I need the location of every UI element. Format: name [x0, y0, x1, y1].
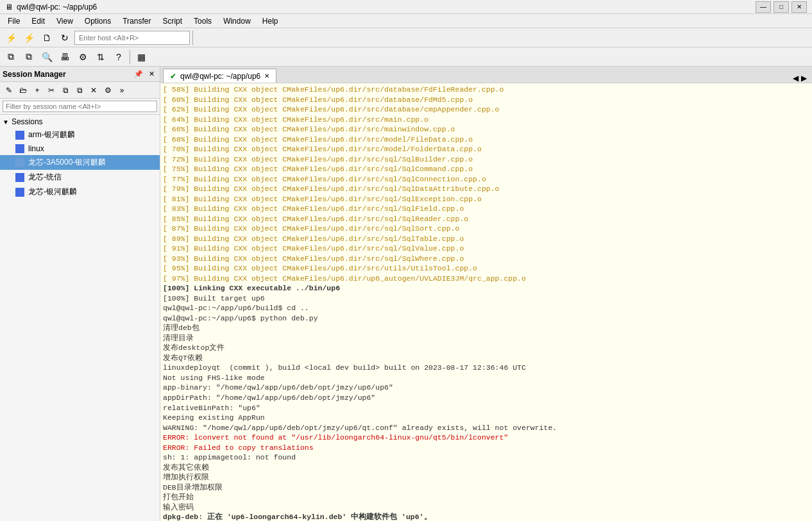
separator1: [192, 31, 193, 45]
terminal-line: [ 64%] Building CXX object CMakeFiles/up…: [163, 115, 809, 125]
toolbar-sftp-btn[interactable]: ⇅: [92, 49, 109, 65]
menu-transfer[interactable]: Transfer: [117, 15, 156, 27]
sidebar-tree: ▼ Sessions arm-银河麒麟 linux 龙芯-3A5000-银河麒麟: [0, 115, 160, 521]
tab-bar: ✔ qwl@qwl-pc: ~/app/up6 ✕ ◀ ▶: [160, 67, 812, 83]
sidebar-item-loongson-kylin[interactable]: 龙芯-银河麒麟: [0, 185, 160, 199]
tab-check-icon: ✔: [170, 72, 176, 81]
terminal-line: [ 89%] Building CXX object CMakeFiles/up…: [163, 234, 809, 244]
sidebar-toolbar: ✎ 🗁 + ✂ ⧉ ⧉ ✕ ⚙ »: [0, 82, 160, 99]
menu-window[interactable]: Window: [218, 15, 256, 27]
active-tab[interactable]: ✔ qwl@qwl-pc: ~/app/up6 ✕: [163, 69, 276, 83]
loongson3a5000-label: 龙芯-3A5000-银河麒麟: [28, 157, 106, 168]
sessions-chevron: ▼: [3, 119, 9, 126]
toolbar-settings-btn[interactable]: ⚙: [74, 49, 91, 65]
title-bar-text: qwl@qwl-pc: ~/app/up6: [17, 3, 97, 12]
tab-prev-btn[interactable]: ◀: [793, 74, 799, 83]
tree-sessions-header[interactable]: ▼ Sessions: [0, 116, 160, 128]
sidebar-folder-btn[interactable]: 🗁: [17, 84, 30, 97]
arm-label: arm-银河麒麟: [28, 129, 75, 140]
app-icon: 🖥: [5, 3, 13, 12]
minimize-button[interactable]: —: [756, 1, 771, 13]
sidebar-search-area: [0, 99, 160, 115]
sidebar-item-arm[interactable]: arm-银河麒麟: [0, 128, 160, 142]
title-bar-left: 🖥 qwl@qwl-pc: ~/app/up6: [5, 3, 97, 12]
toolbar-map-btn[interactable]: ▦: [133, 49, 149, 65]
toolbar-row1: ⚡ ⚡ 🗋 ↻: [0, 28, 812, 47]
sidebar-add-btn[interactable]: +: [31, 84, 44, 97]
tree-sessions-group: ▼ Sessions arm-银河麒麟 linux 龙芯-3A5000-银河麒麟: [0, 116, 160, 199]
sidebar-delete-btn[interactable]: ✕: [87, 84, 100, 97]
toolbar-new2-btn[interactable]: 🗋: [38, 29, 55, 46]
terminal-line: [ 77%] Building CXX object CMakeFiles/up…: [163, 174, 809, 185]
terminal-content[interactable]: [ 58%] Building CXX object CMakeFiles/up…: [160, 83, 812, 521]
arm-icon: [15, 131, 24, 140]
terminal-line: [ 60%] Building CXX object CMakeFiles/up…: [163, 95, 809, 105]
sidebar-item-loongson3a5000[interactable]: 龙芯-3A5000-银河麒麟: [0, 155, 160, 170]
terminal-line: [ 72%] Building CXX object CMakeFiles/up…: [163, 154, 809, 165]
menu-view[interactable]: View: [51, 15, 78, 27]
toolbar-refresh-btn[interactable]: ↻: [56, 29, 73, 46]
toolbar-help-btn[interactable]: ?: [110, 49, 127, 65]
terminal-line: [ 70%] Building CXX object CMakeFiles/up…: [163, 144, 809, 154]
toolbar-copy-btn[interactable]: ⧉: [3, 49, 19, 65]
sidebar-close-btn[interactable]: ✕: [146, 69, 157, 80]
tab-close-btn[interactable]: ✕: [264, 72, 269, 79]
close-button[interactable]: ✕: [791, 1, 807, 13]
content-area: Session Manager 📌 ✕ ✎ 🗁 + ✂ ⧉ ⧉ ✕ ⚙ » ▼: [0, 67, 812, 521]
terminal-line: [ 97%] Building CXX object CMakeFiles/up…: [163, 274, 809, 284]
terminal-line: [ 79%] Building CXX object CMakeFiles/up…: [163, 184, 809, 194]
terminal-line: Not using FHS-like mode: [163, 373, 809, 383]
toolbar-row2: ⧉ ⧉ 🔍 🖶 ⚙ ⇅ ? ▦: [0, 47, 812, 67]
sidebar-expand-btn[interactable]: »: [115, 84, 128, 97]
tab-nav: ◀ ▶: [793, 74, 809, 83]
toolbar-print-btn[interactable]: 🖶: [56, 49, 73, 65]
sidebar-edit-btn[interactable]: ✎: [3, 84, 15, 97]
terminal-line: linuxdeployqt (commit ), build <local de…: [163, 363, 809, 373]
sidebar-cut-btn[interactable]: ✂: [45, 84, 58, 97]
terminal-line: Keeping existing AppRun: [163, 413, 809, 423]
menu-options[interactable]: Options: [80, 15, 116, 27]
sidebar-item-linux[interactable]: linux: [0, 142, 160, 155]
linux-icon: [15, 144, 24, 153]
loongson3a5000-icon: [15, 158, 24, 167]
terminal-line: [ 62%] Building CXX object CMakeFiles/up…: [163, 104, 809, 115]
host-input[interactable]: [74, 31, 190, 45]
sessions-label: Sessions: [12, 117, 43, 126]
toolbar-bolt-btn[interactable]: ⚡: [21, 29, 37, 46]
terminal-line: [ 68%] Building CXX object CMakeFiles/up…: [163, 135, 809, 145]
terminal-line: [ 93%] Building CXX object CMakeFiles/up…: [163, 254, 809, 264]
terminal-line: [ 91%] Building CXX object CMakeFiles/up…: [163, 244, 809, 254]
sidebar-settings2-btn[interactable]: ⚙: [101, 84, 114, 97]
terminal-line: [ 85%] Building CXX object CMakeFiles/up…: [163, 214, 809, 224]
title-bar-controls: — □ ✕: [756, 1, 807, 13]
tab-and-terminal: ✔ qwl@qwl-pc: ~/app/up6 ✕ ◀ ▶ [ 58%] Bui…: [160, 67, 812, 521]
menu-file[interactable]: File: [3, 15, 25, 27]
menu-edit[interactable]: Edit: [26, 15, 50, 27]
sidebar-paste-btn[interactable]: ⧉: [73, 84, 86, 97]
menu-help[interactable]: Help: [257, 15, 283, 27]
sidebar-item-loongson-tongshin[interactable]: 龙芯-统信: [0, 170, 160, 185]
terminal-line: [ 81%] Building CXX object CMakeFiles/up…: [163, 194, 809, 204]
tab-label: qwl@qwl-pc: ~/app/up6: [180, 72, 260, 81]
separator2: [130, 50, 130, 64]
toolbar-paste-btn[interactable]: ⧉: [21, 49, 37, 65]
tab-next-btn[interactable]: ▶: [801, 74, 807, 83]
sidebar-copy-btn[interactable]: ⧉: [59, 84, 72, 97]
sidebar-search-input[interactable]: [3, 101, 157, 112]
sidebar: Session Manager 📌 ✕ ✎ 🗁 + ✂ ⧉ ⧉ ✕ ⚙ » ▼: [0, 67, 160, 521]
loongson-tongshin-icon: [15, 173, 24, 182]
terminal-line: [ 75%] Building CXX object CMakeFiles/up…: [163, 164, 809, 174]
sidebar-header: Session Manager 📌 ✕: [0, 67, 160, 82]
menu-script[interactable]: Script: [157, 15, 187, 27]
terminal-line: [ 87%] Building CXX object CMakeFiles/up…: [163, 224, 809, 234]
terminal-line: ERROR: Failed to copy translations: [163, 443, 809, 453]
sidebar-pin-btn[interactable]: 📌: [133, 69, 144, 80]
toolbar-find-btn[interactable]: 🔍: [38, 49, 55, 65]
maximize-button[interactable]: □: [774, 1, 789, 13]
title-bar: 🖥 qwl@qwl-pc: ~/app/up6 — □ ✕: [0, 0, 812, 14]
loongson-kylin-icon: [15, 188, 24, 197]
toolbar-new-btn[interactable]: ⚡: [3, 29, 19, 46]
terminal-line: dpkg-deb: 正在 'up6-loongarch64-kylin.deb'…: [163, 512, 809, 521]
menu-tools[interactable]: Tools: [189, 15, 217, 27]
sidebar-title: Session Manager: [3, 70, 66, 79]
